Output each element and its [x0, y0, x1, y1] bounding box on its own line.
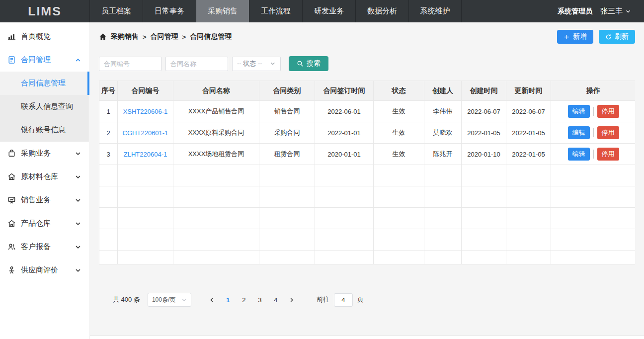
breadcrumb: 采购销售>合同管理>合同信息管理	[99, 32, 232, 41]
cell-no: 2	[99, 122, 118, 144]
topbar: LIMS 员工档案日常事务采购销售工作流程研发业务数据分析系统维护 系统管理员 …	[0, 0, 644, 22]
cell-category: 销售合同	[259, 101, 315, 122]
cell-name: XXXX原料采购合同	[173, 122, 259, 144]
edit-button[interactable]: 编辑	[568, 126, 590, 139]
empty-cell	[118, 229, 173, 251]
sidebar-item-customer-reporting[interactable]: 客户报备	[0, 235, 89, 258]
plus-icon	[564, 34, 570, 40]
nav-tab-workflow[interactable]: 工作流程	[249, 0, 302, 22]
empty-cell	[99, 229, 118, 251]
empty-cell	[374, 186, 424, 208]
empty-cell	[259, 208, 315, 229]
breadcrumb-item[interactable]: 合同信息管理	[190, 32, 232, 41]
empty-cell	[462, 229, 506, 251]
goto-page: 前往 页	[317, 293, 364, 307]
empty-cell	[259, 229, 315, 251]
add-button[interactable]: 新增	[557, 30, 593, 44]
cell-operations: 编辑停用	[551, 144, 636, 165]
sidebar-item-sales-business[interactable]: 销售业务	[0, 188, 89, 212]
empty-cell	[506, 165, 551, 186]
search-button[interactable]: 搜索	[289, 56, 328, 71]
table-row-empty	[99, 186, 636, 208]
sidebar-subitem-contract-info-management[interactable]: 合同信息管理	[0, 72, 89, 95]
sidebar-item-label: 供应商评价	[21, 265, 58, 275]
empty-cell	[374, 229, 424, 251]
sidebar-item-contract-management[interactable]: 合同管理	[0, 48, 89, 72]
empty-cell	[551, 165, 636, 186]
page-number-1[interactable]: 1	[221, 293, 235, 307]
search-icon	[297, 60, 304, 67]
breadcrumb-separator: >	[143, 33, 147, 41]
chevron-down-icon	[625, 8, 631, 14]
chevron-up-icon	[75, 57, 81, 64]
contract-no-link[interactable]: ZLHT220604-1	[118, 144, 173, 165]
sidebar-subitem-bank-account-info[interactable]: 银行账号信息	[0, 118, 89, 142]
search-bar: -- 状态 -- 搜索	[99, 56, 635, 71]
nav-tab-system-maintenance[interactable]: 系统维护	[408, 0, 462, 22]
cell-updated: 2022-01-05	[506, 122, 551, 144]
page-number-4[interactable]: 4	[269, 293, 283, 307]
sidebar-item-label: 产品仓库	[21, 219, 51, 228]
next-page-button[interactable]	[285, 293, 299, 307]
cell-sign-date: 2022-06-01	[315, 101, 374, 122]
cell-updated: 2022-01-05	[506, 144, 551, 165]
page-number-3[interactable]: 3	[253, 293, 267, 307]
cell-operations: 编辑停用	[551, 122, 636, 144]
contract-no-link[interactable]: CGHT220601-1	[118, 122, 173, 144]
nav-tab-purchase-sales[interactable]: 采购销售	[196, 0, 249, 22]
nav-tab-daily-affairs[interactable]: 日常事务	[143, 0, 196, 22]
refresh-button-label: 刷新	[615, 32, 629, 41]
empty-cell	[173, 229, 259, 251]
cell-created: 2022-01-05	[462, 122, 506, 144]
goto-page-input[interactable]	[334, 293, 353, 307]
empty-cell	[99, 186, 118, 208]
column-header: 状态	[374, 81, 424, 101]
disable-button[interactable]: 停用	[597, 105, 619, 118]
page-number-2[interactable]: 2	[237, 293, 251, 307]
breadcrumb-item[interactable]: 采购销售	[111, 32, 139, 41]
sidebar-item-supplier-evaluation[interactable]: 供应商评价	[0, 258, 89, 282]
empty-cell	[315, 208, 374, 229]
empty-cell	[506, 229, 551, 251]
sidebar-item-home-overview[interactable]: 首页概览	[0, 25, 89, 48]
page-size-select[interactable]: 100条/页	[148, 293, 191, 307]
breadcrumb-item[interactable]: 合同管理	[151, 32, 178, 41]
empty-cell	[315, 186, 374, 208]
sidebar-item-product-warehouse[interactable]: 产品仓库	[0, 212, 89, 235]
status-select[interactable]: -- 状态 --	[232, 57, 281, 71]
edit-button[interactable]: 编辑	[568, 148, 590, 161]
refresh-button[interactable]: 刷新	[599, 30, 635, 44]
sidebar-item-raw-material-warehouse[interactable]: 原材料仓库	[0, 165, 89, 188]
user-area: 系统管理员 张三丰	[558, 0, 644, 22]
edit-button[interactable]: 编辑	[568, 105, 590, 118]
contract-no-input[interactable]	[99, 57, 161, 71]
cell-category: 采购合同	[259, 122, 315, 144]
chevron-down-icon	[75, 197, 81, 204]
nav-tab-employee-files[interactable]: 员工档案	[89, 0, 143, 22]
column-header: 合同编号	[118, 81, 173, 101]
chevron-down-icon	[75, 150, 81, 157]
empty-cell	[118, 186, 173, 208]
warehouse-icon	[7, 172, 16, 181]
empty-cell	[551, 186, 636, 208]
sidebar-item-purchase-business[interactable]: 采购业务	[0, 142, 89, 165]
op-divider	[593, 128, 594, 137]
contract-name-input[interactable]	[165, 57, 228, 71]
goto-label: 前往	[317, 295, 329, 304]
cell-created: 2022-06-07	[462, 101, 506, 122]
empty-cell	[462, 186, 506, 208]
contracts-table: 序号合同编号合同名称合同类别合同签订时间状态创建人创建时间更新时间操作 1XSH…	[99, 81, 635, 264]
sidebar-item-label: 合同管理	[21, 55, 51, 65]
table-row-empty	[99, 165, 636, 186]
prev-page-button[interactable]	[205, 293, 219, 307]
sidebar-subitem-contact-info-query[interactable]: 联系人信息查询	[0, 95, 89, 118]
empty-cell	[315, 165, 374, 186]
disable-button[interactable]: 停用	[597, 126, 619, 139]
user-menu[interactable]: 张三丰	[600, 6, 631, 16]
nav-tab-rd-business[interactable]: 研发业务	[302, 0, 355, 22]
disable-button[interactable]: 停用	[597, 148, 619, 161]
nav-tab-data-analysis[interactable]: 数据分析	[355, 0, 408, 22]
empty-cell	[374, 208, 424, 229]
contract-no-link[interactable]: XSHT220606-1	[118, 101, 173, 122]
cell-creator: 李伟伟	[424, 101, 462, 122]
